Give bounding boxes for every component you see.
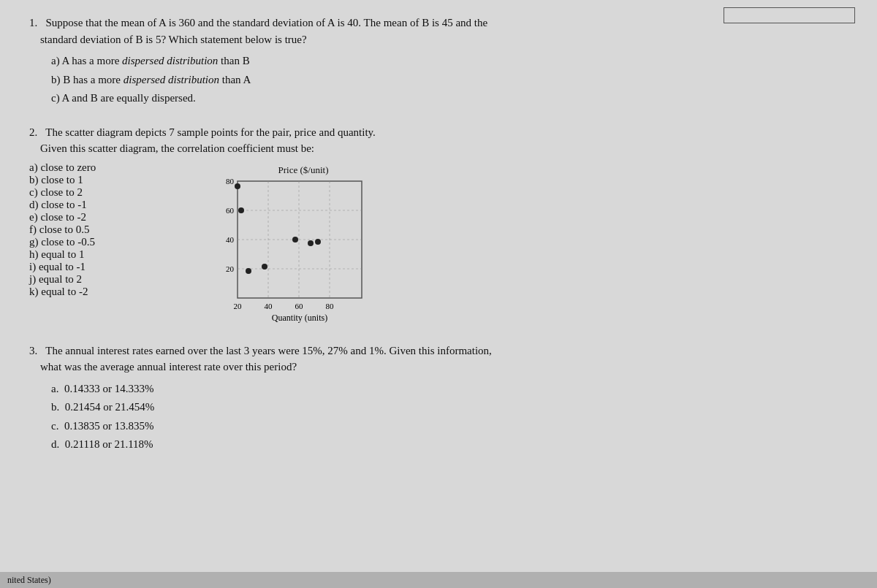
q2-option-b: b) close to 1 [29,174,190,186]
q2-option-h: h) equal to 1 [29,248,190,261]
q3-option-c: c. 0.13835 or 13.835% [51,417,848,436]
q1-option-c: c) A and B are equally dispersed. [51,89,848,108]
svg-text:20: 20 [234,302,243,310]
corner-box [724,7,855,23]
svg-text:80: 80 [226,177,235,186]
q3-line1: The annual interest rates earned over th… [45,345,492,356]
q2-option-a: a) close to zero [29,161,190,174]
q2-option-g: g) close to -0.5 [29,236,190,248]
q1-line2: standard deviation of B is 5? Which stat… [40,34,307,45]
q2-option-k: k) equal to -2 [29,286,190,298]
q2-option-j: j) equal to 2 [29,273,190,286]
q3-option-a: a. 0.14333 or 14.333% [51,380,848,399]
svg-text:60: 60 [295,302,304,310]
q3-options: a. 0.14333 or 14.333% b. 0.21454 or 21.4… [29,380,848,454]
svg-text:40: 40 [265,302,273,310]
question-2-block: 2. The scatter diagram depicts 7 sample … [29,124,848,327]
chart-svg-container: 80 60 40 20 20 40 60 80 Quantity (units) [212,177,373,327]
svg-point-20 [292,237,298,243]
svg-text:60: 60 [226,206,235,215]
svg-point-21 [308,240,314,246]
q3-line2: what was the average annual interest rat… [40,361,297,373]
q1-options: a) A has a more dispersed distribution t… [29,52,848,108]
svg-text:Quantity (units): Quantity (units) [272,313,327,323]
q2-line1: The scatter diagram depicts 7 sample poi… [45,126,376,138]
q1-option-a: a) A has a more dispersed distribution t… [51,52,848,71]
q2-chart: Price ($/unit) [212,164,373,327]
chart-area: 80 60 40 20 20 40 60 80 Quantity (units) [212,177,373,327]
q2-option-e: e) close to -2 [29,211,190,224]
q3-number: 3. [29,345,37,356]
svg-text:20: 20 [226,264,235,273]
q1-option-b: b) B has a more dispersed distribution t… [51,71,848,90]
q2-option-i: i) equal to -1 [29,261,190,273]
svg-point-16 [235,183,240,189]
q1-line1: Suppose that the mean of A is 360 and th… [46,17,488,28]
svg-point-18 [246,268,251,274]
q2-text: 2. The scatter diagram depicts 7 sample … [29,124,848,157]
question-3-block: 3. The annual interest rates earned over… [29,343,848,454]
q1-number: 1. [29,17,37,28]
q3-text: 3. The annual interest rates earned over… [29,343,848,375]
bottom-bar-text: nited States) [7,575,51,586]
svg-point-22 [315,239,321,245]
chart-y-title: Price ($/unit) [234,164,373,176]
svg-point-19 [262,264,267,270]
svg-text:80: 80 [326,302,335,310]
bottom-bar: nited States) [0,572,877,588]
svg-point-17 [238,207,244,213]
q3-option-b: b. 0.21454 or 21.454% [51,398,848,417]
q2-line2: Given this scatter diagram, the correlat… [40,142,314,154]
question-1-block: 1. Suppose that the mean of A is 360 and… [29,15,848,108]
q2-number: 2. [29,126,37,138]
q3-option-d: d. 0.21118 or 21.118% [51,435,848,454]
q2-options-list: a) close to zero b) close to 1 c) close … [29,161,190,298]
q2-option-d: d) close to -1 [29,199,190,211]
q2-option-c: c) close to 2 [29,186,190,199]
main-content: 1. Suppose that the mean of A is 360 and… [0,0,877,588]
q2-option-f: f) close to 0.5 [29,224,190,236]
q2-container: a) close to zero b) close to 1 c) close … [29,161,848,327]
scatter-chart-svg: 80 60 40 20 20 40 60 80 Quantity (units) [212,177,373,324]
svg-text:40: 40 [226,235,235,244]
